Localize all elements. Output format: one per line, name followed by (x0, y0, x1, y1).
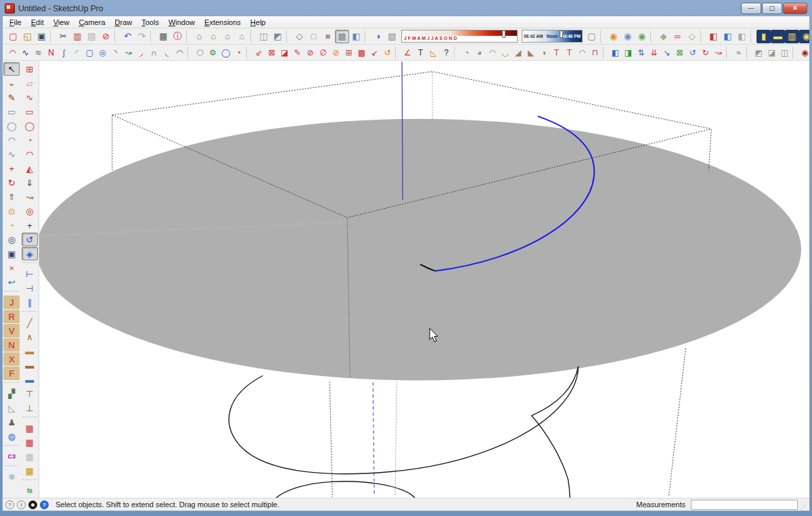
bezier-arc4-button[interactable]: ◠ (173, 46, 186, 60)
menu-window[interactable]: Window (164, 18, 200, 27)
sandbox-f-button[interactable]: F (3, 367, 20, 380)
ellipse-tool-button[interactable]: ◯ (219, 46, 232, 60)
fan-tool-button[interactable]: ◭ (22, 162, 38, 175)
align-right-button[interactable]: ⊣ (22, 281, 38, 295)
snowflake-plugin-button[interactable]: ❄ (3, 470, 20, 484)
view-top-button[interactable]: ⌂ (206, 30, 221, 43)
terrain-tool-1-button[interactable]: ◩ (752, 46, 765, 60)
wood-block-1-button[interactable]: ▬ (22, 344, 38, 358)
helix-descending-edge[interactable] (532, 367, 579, 498)
array-down-button[interactable]: ⇊ (648, 46, 660, 60)
plugin-dark-3-button[interactable]: ▥ (785, 30, 799, 43)
bezier-spline-button[interactable]: ∿ (19, 46, 32, 60)
menu-tools[interactable]: Tools (137, 18, 164, 27)
move-points-button[interactable]: + (22, 218, 38, 232)
sandbox-v-button[interactable]: V (3, 324, 20, 337)
landscape-tool-button[interactable]: ▞ (3, 387, 20, 400)
freehand-tool-button[interactable]: ∿ (3, 147, 20, 161)
comp-gold-button[interactable]: ▦ (22, 464, 38, 477)
orbit-plugin-button[interactable]: ↺ (22, 233, 38, 246)
shadow-time-handle[interactable] (560, 30, 563, 38)
wood-press-1-button[interactable]: ⊤ (22, 387, 38, 400)
menu-help[interactable]: Help (246, 18, 271, 27)
save-button[interactable]: ▣ (35, 30, 49, 43)
previous-view-button[interactable]: ↩ (3, 275, 20, 289)
print-button[interactable]: ▦ (156, 30, 171, 43)
arc-tool-button[interactable]: ◠ (3, 133, 20, 147)
edit-line-11-button[interactable]: ↺ (381, 46, 394, 60)
wireframe-button[interactable]: ◇ (292, 30, 307, 43)
circle-tool-button[interactable]: ◯ (3, 119, 20, 133)
pie-tool-button[interactable]: ◔ (232, 46, 245, 60)
edit-line-9-button[interactable]: ▩ (355, 46, 368, 60)
bezier-freehand-button[interactable]: ↝ (122, 46, 135, 60)
roof-tool-5-button[interactable]: ◢ (512, 46, 524, 60)
view-front-button[interactable]: ⌂ (221, 30, 235, 43)
edit-line-3-button[interactable]: ◪ (278, 46, 291, 60)
edit-line-6-button[interactable]: ∅ (317, 46, 330, 60)
view-iso-button[interactable]: ⌂ (192, 30, 206, 43)
shaded-textures-button[interactable]: ▩ (335, 30, 349, 43)
bezier-rect-button[interactable]: ▢ (83, 46, 96, 60)
flip-right-button[interactable]: ◨ (622, 46, 635, 60)
edit-line-4-button[interactable]: ✎ (291, 46, 304, 60)
menu-extensions[interactable]: Extensions (200, 18, 246, 27)
shadow-dialog-button[interactable]: ◑ (371, 30, 385, 43)
sign-in-icon[interactable]: ☻ (28, 500, 37, 509)
resize-grip[interactable]: ⋰ (800, 505, 807, 511)
viewport-canvas[interactable] (39, 61, 809, 498)
terrain-tool-2-button[interactable]: ◪ (765, 46, 778, 60)
copy-button[interactable]: ▥ (70, 30, 85, 43)
bezier-circle-button[interactable]: ◎ (96, 46, 109, 60)
circle-points-button[interactable]: ◯ (22, 119, 38, 133)
select-tool-button[interactable]: ↖ (3, 62, 20, 76)
measurements-input[interactable] (691, 500, 798, 510)
link-tool-button[interactable]: ∞ (671, 30, 685, 43)
google-earth-button[interactable]: ◍ (3, 429, 20, 443)
bezier-multispline-button[interactable]: ≋ (32, 46, 45, 60)
menu-camera[interactable]: Camera (74, 18, 110, 27)
redo-button[interactable]: ↷ (135, 30, 149, 43)
cut-button[interactable]: ✂ (56, 30, 70, 43)
wood-press-2-button[interactable]: ⊥ (22, 401, 38, 415)
align-center-button[interactable]: ∥ (22, 296, 38, 309)
menu-draw[interactable]: Draw (110, 18, 137, 27)
flip-left-button[interactable]: ◧ (609, 46, 622, 60)
sandbox-x-button[interactable]: X (3, 352, 20, 366)
bezier-arc3-button[interactable]: ◞ (135, 46, 148, 60)
eraser-tool-button[interactable]: ▱ (22, 76, 38, 90)
component-gray-button[interactable]: ◧ (735, 30, 749, 43)
edit-line-8-button[interactable]: ⊞ (342, 46, 355, 60)
back-edges-button[interactable]: ◩ (271, 30, 285, 43)
unhide-tool-button[interactable]: ◇ (685, 30, 699, 43)
plugin-dark-2-button[interactable]: ▬ (771, 30, 785, 43)
model-info-button[interactable]: ⓘ (171, 30, 185, 43)
menu-file[interactable]: File (5, 18, 26, 27)
geolocation-icon[interactable]: ? (5, 500, 14, 509)
prism-tool-button[interactable]: ◺ (3, 401, 20, 415)
circle-face[interactable] (39, 119, 801, 381)
figure-tool-button[interactable]: ♟ (3, 415, 20, 429)
sandbox-r-button[interactable]: R (3, 310, 20, 323)
protractor-button[interactable]: ◔ (3, 218, 20, 232)
new-button[interactable]: ▢ (6, 30, 20, 43)
edit-line-10-button[interactable]: ↙ (368, 46, 381, 60)
shadow-toggle-button[interactable]: ▧ (385, 30, 399, 43)
t-tool-button[interactable]: T (414, 46, 427, 60)
shield-tool-button[interactable]: ◆ (656, 30, 671, 43)
section-tool-orange-button[interactable]: ◉ (606, 30, 621, 43)
move-tool-button[interactable]: + (3, 162, 20, 175)
wood-block-blue-button[interactable]: ▬ (22, 373, 38, 386)
paint-bucket-button[interactable]: ◒ (3, 76, 20, 90)
roof-tool-1-button[interactable]: ◔ (460, 46, 473, 60)
tape-measure-button[interactable]: ⊙ (3, 204, 20, 218)
roof-tool-8-button[interactable]: T (550, 46, 563, 60)
bezier-nurbs-button[interactable]: N (45, 46, 58, 60)
smooth-tool-button[interactable]: ≈ (732, 46, 745, 60)
rotate-copy-button[interactable]: ↝ (712, 46, 725, 60)
section-tool-green-button[interactable]: ◉ (635, 30, 649, 43)
polygon-tool-button[interactable]: ⬡ (194, 46, 206, 60)
roof-tool-9-button[interactable]: T (563, 46, 576, 60)
zoom-window-button[interactable]: ▣ (3, 247, 20, 260)
bezier-arc2-button[interactable]: ◝ (109, 46, 122, 60)
